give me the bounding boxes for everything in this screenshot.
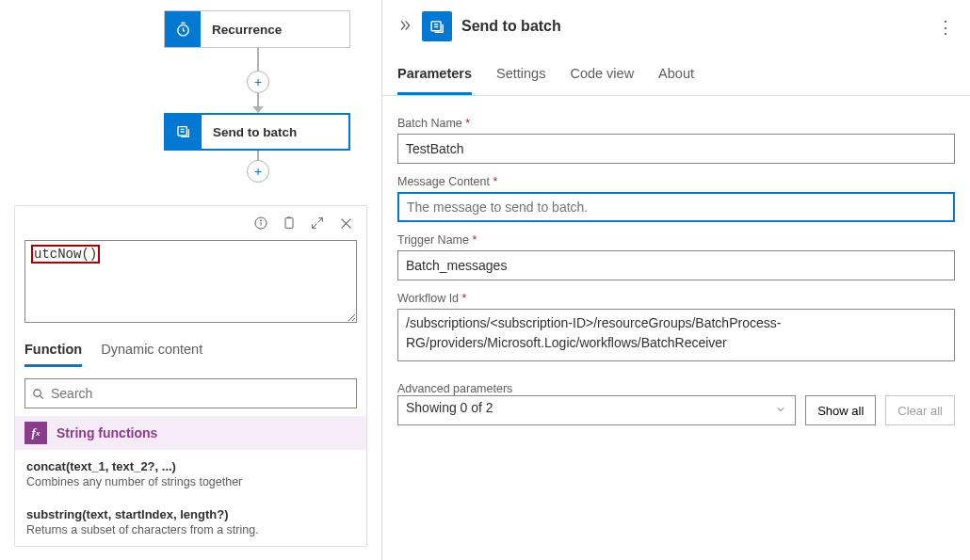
- workflow-canvas: Recurrence + Send to batch +: [0, 0, 381, 198]
- advanced-parameters-select[interactable]: Showing 0 of 2: [397, 395, 796, 425]
- expression-tabs: Function Dynamic content: [15, 332, 366, 367]
- tab-parameters[interactable]: Parameters: [397, 62, 472, 95]
- add-step-button[interactable]: +: [247, 160, 269, 183]
- function-desc: Combines any number of strings together: [26, 475, 355, 488]
- arrow-down-icon: [252, 106, 264, 113]
- svg-point-3: [260, 220, 261, 221]
- function-name: substring(text, startIndex, length?): [26, 507, 355, 521]
- expression-value: utcNow(): [31, 245, 100, 264]
- more-options-icon[interactable]: ⋮: [937, 17, 955, 38]
- left-pane: Recurrence + Send to batch +: [0, 0, 381, 560]
- tab-dynamic-content[interactable]: Dynamic content: [101, 336, 202, 367]
- expression-toolbar: [15, 206, 366, 240]
- batch-name-input[interactable]: [397, 134, 955, 164]
- category-label: String functions: [57, 425, 157, 440]
- label-trigger-name: Trigger Name *: [397, 233, 955, 247]
- message-content-input[interactable]: [397, 192, 955, 222]
- collapse-chevrons-icon[interactable]: [397, 18, 412, 36]
- batch-icon: [166, 115, 202, 149]
- connector: [257, 151, 259, 160]
- advanced-parameters-row: Advanced parameters Showing 0 of 2 Show …: [397, 382, 955, 425]
- batch-icon: [422, 11, 452, 41]
- tab-code-view[interactable]: Code view: [570, 62, 634, 95]
- right-tabs: Parameters Settings Code view About: [382, 53, 970, 96]
- expression-textarea[interactable]: utcNow(): [24, 240, 357, 323]
- clear-all-button: Clear all: [885, 395, 955, 425]
- workflow-id-input[interactable]: [397, 309, 955, 361]
- trigger-name-input[interactable]: [397, 250, 955, 280]
- label-batch-name: Batch Name *: [397, 117, 955, 130]
- label-workflow-id: Workflow Id *: [397, 292, 955, 305]
- svg-point-5: [34, 389, 41, 396]
- parameters-form: Batch Name * Message Content * Trigger N…: [382, 96, 970, 439]
- node-label: Send to batch: [202, 125, 297, 139]
- panel-title: Send to batch: [461, 18, 561, 35]
- expression-panel: utcNow() Function Dynamic content fx Str…: [14, 205, 367, 547]
- add-step-button[interactable]: +: [247, 71, 269, 93]
- show-all-button[interactable]: Show all: [805, 395, 876, 425]
- right-pane: Send to batch ⋮ Parameters Settings Code…: [381, 0, 970, 560]
- node-send-to-batch[interactable]: Send to batch: [164, 113, 350, 151]
- search-input[interactable]: [51, 386, 350, 401]
- info-icon[interactable]: [250, 212, 272, 234]
- search-icon: [31, 387, 45, 401]
- paste-icon[interactable]: [278, 212, 300, 234]
- search-box[interactable]: [24, 378, 357, 408]
- right-header: Send to batch ⋮: [382, 0, 970, 53]
- fx-icon: fx: [24, 422, 47, 444]
- connector: [257, 93, 259, 106]
- connector: [257, 48, 259, 71]
- function-item-substring[interactable]: substring(text, startIndex, length?) Ret…: [15, 498, 366, 546]
- function-desc: Returns a subset of characters from a st…: [26, 523, 355, 536]
- node-label: Recurrence: [201, 23, 282, 37]
- node-recurrence[interactable]: Recurrence: [164, 10, 350, 48]
- tab-about[interactable]: About: [658, 62, 694, 95]
- close-icon[interactable]: [334, 212, 357, 234]
- tab-settings[interactable]: Settings: [496, 62, 545, 95]
- tab-function[interactable]: Function: [24, 336, 82, 367]
- category-string-functions[interactable]: fx String functions: [15, 416, 366, 450]
- expand-icon[interactable]: [306, 212, 329, 234]
- clock-icon: [165, 11, 201, 47]
- label-message-content: Message Content *: [397, 175, 955, 188]
- search-row: [15, 367, 366, 416]
- label-advanced-parameters: Advanced parameters: [397, 382, 796, 395]
- function-item-concat[interactable]: concat(text_1, text_2?, ...) Combines an…: [15, 450, 366, 498]
- function-name: concat(text_1, text_2?, ...): [26, 459, 355, 473]
- svg-rect-4: [285, 218, 293, 229]
